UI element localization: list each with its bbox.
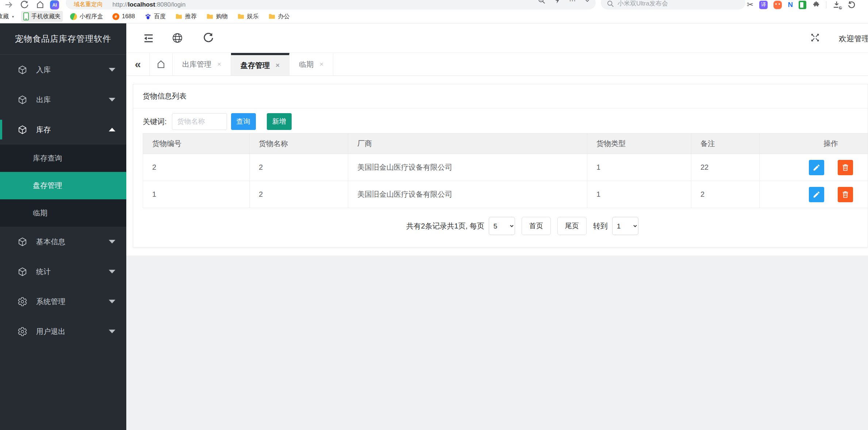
- chevron-down-icon: [109, 270, 115, 273]
- flash-icon[interactable]: [554, 0, 561, 4]
- bookmark-folder-recommend[interactable]: 推荐: [173, 11, 199, 22]
- panel-title: 货物信息列表: [133, 84, 868, 108]
- first-page-button[interactable]: 首页: [522, 217, 551, 235]
- sidebar-item-near-expiry[interactable]: 临期: [0, 199, 126, 227]
- scissors-icon[interactable]: ✂: [747, 1, 753, 9]
- home-tab-icon[interactable]: [150, 53, 173, 76]
- cell-goods-type: 1: [587, 181, 691, 208]
- downloads-icon[interactable]: [832, 0, 841, 9]
- address-bar[interactable]: 域名重定向 http://localhost:8080/login ⋯: [66, 0, 596, 9]
- background-area: [126, 256, 868, 430]
- add-button[interactable]: 新增: [267, 113, 292, 130]
- bookmark-folder-shopping[interactable]: 购物: [204, 11, 230, 22]
- page-size-select[interactable]: 5: [489, 217, 515, 235]
- bookmark-miniprogram[interactable]: 小程序盒: [68, 11, 105, 22]
- chevron-down-icon: [109, 300, 115, 303]
- cube-icon: [18, 95, 27, 105]
- app-title: 宠物食品店库存管理软件: [0, 23, 126, 55]
- home-icon[interactable]: [36, 0, 45, 9]
- translate-icon[interactable]: 译: [759, 1, 768, 9]
- gear-icon: [18, 297, 27, 307]
- sidebar-item-stock[interactable]: 库存: [0, 115, 126, 145]
- quick-search-bar[interactable]: [601, 0, 745, 9]
- baidu-paw-icon: [145, 13, 151, 20]
- bookmarks-menu[interactable]: 收藏 ▾: [0, 11, 16, 22]
- collapse-sidebar-icon[interactable]: [142, 32, 155, 45]
- fullscreen-icon[interactable]: [810, 32, 822, 45]
- folder-icon: [237, 13, 245, 20]
- toolbar-separator: [826, 1, 826, 8]
- cell-manufacturer: 美国旧金山医疗设备有限公司: [348, 181, 587, 208]
- goto-page-select[interactable]: 1: [612, 217, 638, 235]
- sidebar-item-basic-info[interactable]: 基本信息: [0, 227, 126, 257]
- browser-toolbar: AI 域名重定向 http://localhost:8080/login ⋯: [0, 0, 868, 10]
- chevron-down-icon: [109, 98, 115, 101]
- bookmark-phone-favorites[interactable]: 手机收藏夹: [21, 11, 63, 22]
- cell-goods-id: 1: [143, 181, 250, 208]
- forward-icon[interactable]: [4, 0, 13, 9]
- miniprogram-icon: [70, 13, 77, 20]
- goods-table: 货物编号 货物名称 厂商 货物类型 备注 操作 2 2 美国旧金山医疗设备有限公: [143, 133, 868, 208]
- tab-near-expiry[interactable]: 临期 ×: [289, 53, 333, 76]
- sidebar-item-system-management[interactable]: 系统管理: [0, 287, 126, 316]
- ai-assistant-icon[interactable]: AI: [50, 0, 59, 9]
- reload-icon[interactable]: [20, 0, 29, 9]
- pagination: 共有2条记录共1页, 每页 5 首页 尾页 转到 1: [155, 217, 868, 235]
- bookmark-folder-entertainment[interactable]: 娱乐: [235, 11, 261, 22]
- cell-remark: 2: [691, 181, 760, 208]
- delete-button[interactable]: [838, 160, 853, 175]
- cell-manufacturer: 美国旧金山医疗设备有限公司: [348, 154, 587, 181]
- game-extension-icon[interactable]: [773, 1, 782, 9]
- col-header-goods-type: 货物类型: [587, 134, 691, 154]
- sidebar-item-inbound[interactable]: 入库: [0, 55, 126, 85]
- sidebar-item-outbound[interactable]: 出库: [0, 85, 126, 115]
- close-icon[interactable]: ×: [319, 60, 323, 68]
- trash-icon: [841, 164, 849, 172]
- cell-goods-id: 2: [143, 154, 250, 181]
- close-icon[interactable]: ×: [217, 60, 221, 68]
- collapse-tabs-icon[interactable]: «: [126, 53, 150, 76]
- extensions-puzzle-icon[interactable]: [812, 1, 820, 9]
- redirect-label: 域名重定向: [74, 1, 103, 8]
- delete-button[interactable]: [838, 187, 853, 202]
- table-header-row: 货物编号 货物名称 厂商 货物类型 备注 操作: [143, 134, 868, 154]
- sidebar: 宠物食品店库存管理软件 入库 出库 库存 库存查询: [0, 23, 126, 430]
- chevron-down-icon[interactable]: [584, 0, 591, 4]
- cube-icon: [18, 65, 27, 75]
- sidebar-item-inventory-management[interactable]: 盘存管理: [0, 172, 126, 199]
- pencil-icon: [813, 164, 821, 172]
- quick-search-input[interactable]: [618, 0, 727, 7]
- tab-inventory-management[interactable]: 盘存管理 ×: [231, 53, 289, 76]
- tab-outbound-management[interactable]: 出库管理 ×: [173, 53, 231, 76]
- globe-language-icon[interactable]: [172, 32, 184, 45]
- edit-button[interactable]: [809, 187, 824, 202]
- main-area: 欢迎管理员 « 出库管理 × 盘存管理 × 临期 × 货物信息列表: [126, 23, 868, 430]
- sidebar-item-stock-query[interactable]: 库存查询: [0, 145, 126, 172]
- zoom-page-icon[interactable]: [538, 0, 546, 4]
- query-button[interactable]: 查询: [231, 113, 256, 130]
- col-header-goods-id: 货物编号: [143, 134, 250, 154]
- notes-extension-icon[interactable]: N: [788, 1, 793, 9]
- chevron-down-icon: [109, 330, 115, 333]
- keyword-input[interactable]: [172, 113, 227, 130]
- edit-button[interactable]: [809, 160, 824, 175]
- bookmark-folder-office[interactable]: 办公: [266, 11, 292, 22]
- sidebar-item-statistics[interactable]: 统计: [0, 257, 126, 287]
- search-row: 关键词: 查询 新增: [143, 113, 868, 130]
- bookmark-1688[interactable]: e 1688: [110, 12, 137, 22]
- notebook-extension-icon[interactable]: [799, 1, 806, 9]
- chevron-down-icon: [109, 240, 115, 243]
- bookmarks-caret-icon: ▾: [12, 15, 14, 19]
- close-icon[interactable]: ×: [276, 61, 280, 69]
- bookmark-baidu[interactable]: 百度: [142, 11, 168, 22]
- cell-goods-type: 1: [587, 154, 691, 181]
- more-tools-icon[interactable]: ⋯: [569, 0, 576, 4]
- col-header-manufacturer: 厂商: [348, 134, 587, 154]
- cell-goods-name: 2: [250, 154, 348, 181]
- refresh-page-icon[interactable]: [203, 32, 215, 45]
- last-page-button[interactable]: 尾页: [557, 217, 587, 235]
- history-undo-icon[interactable]: [847, 0, 856, 9]
- sidebar-item-logout[interactable]: 用户退出: [0, 316, 126, 346]
- cell-remark: 22: [691, 154, 760, 181]
- url-path: :8080/login: [155, 1, 185, 8]
